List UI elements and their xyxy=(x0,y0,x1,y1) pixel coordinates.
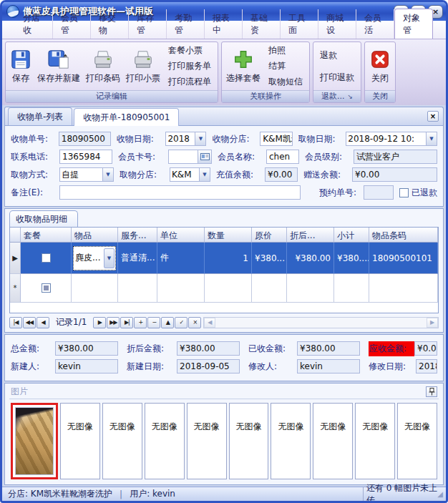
receipt-store-field[interactable]: K&M凯米 xyxy=(260,132,292,146)
subtotal-cell[interactable]: ¥380.... xyxy=(334,243,369,274)
refund-button[interactable]: 退款 xyxy=(318,49,356,62)
refunded-label: 已退款 xyxy=(412,187,437,199)
empty-thumbnail[interactable]: 无图像 xyxy=(187,403,227,479)
record-counter: 记录1/1 xyxy=(50,316,92,328)
empty-thumbnail[interactable]: 无图像 xyxy=(397,403,437,479)
pickup-store-dropdown[interactable]: K&M▼ xyxy=(170,167,210,182)
ribbon-tab-members[interactable]: 会员管 xyxy=(53,9,91,39)
settle-button[interactable]: 结算 xyxy=(267,59,304,73)
empty-thumbnail[interactable]: 无图像 xyxy=(102,403,142,479)
receipt-date-dropdown[interactable]: 2018▼ xyxy=(165,132,206,146)
nav-delete-button[interactable]: − xyxy=(147,317,160,328)
column-header-item[interactable]: 物品 xyxy=(72,228,118,243)
nav-append-button[interactable]: + xyxy=(134,317,147,328)
ribbon-tab-mall[interactable]: 商城设 xyxy=(318,9,356,39)
ribbon-tab-objects[interactable]: 对象管 xyxy=(394,9,433,39)
package-ticket-button[interactable]: 套餐小票 xyxy=(167,44,213,57)
pickup-date-dropdown[interactable]: 2018-09-12 10:▼ xyxy=(346,132,437,146)
unit-cell[interactable]: 件 xyxy=(157,243,205,274)
scroll-right-icon[interactable]: ▶ xyxy=(427,318,438,328)
ribbon-tab-branch-receive[interactable]: 分店收 xyxy=(15,9,53,39)
ribbon-tab-reports[interactable]: 报表中 xyxy=(205,9,243,39)
print-barcode-button[interactable]: 打印条码 xyxy=(84,47,122,86)
column-header-discount[interactable]: 折后... xyxy=(287,228,334,243)
close-form-button[interactable]: 关闭 xyxy=(367,47,393,86)
member-name-field[interactable]: chen xyxy=(266,150,299,164)
nav-cancel-button[interactable]: × xyxy=(188,317,201,328)
print-receipt-button[interactable]: 打印小票 xyxy=(124,47,162,86)
new-row-package-checkbox[interactable] xyxy=(21,274,72,303)
member-card-field[interactable] xyxy=(168,150,212,164)
print-workflow-sheet-button[interactable]: 打印流程单 xyxy=(167,75,213,89)
pickup-sms-button[interactable]: 取物短信 xyxy=(267,75,304,89)
remark-field[interactable] xyxy=(59,185,301,200)
print-service-sheet-button[interactable]: 打印服务单 xyxy=(167,59,213,73)
column-header-barcode[interactable]: 物品条码 xyxy=(369,228,438,243)
floppy-icon xyxy=(10,49,31,70)
nav-next-page-button[interactable]: ▶▶ xyxy=(107,317,120,328)
column-header-package[interactable]: 套餐 xyxy=(21,228,72,243)
column-header-qty[interactable]: 数量 xyxy=(205,228,252,243)
nav-prev-page-button[interactable]: ◀◀ xyxy=(23,317,36,328)
pictures-caption: 图片 xyxy=(11,386,426,398)
member-name-label: 会员名称: xyxy=(218,151,266,163)
nav-last-button[interactable]: ▶| xyxy=(120,317,133,328)
refunded-checkbox[interactable] xyxy=(399,188,409,197)
print-refund-button[interactable]: 打印退款 xyxy=(318,71,356,84)
item-cell-editor[interactable]: 麂皮...▼ xyxy=(72,243,118,274)
package-checkbox-cell[interactable] xyxy=(21,243,72,274)
empty-thumbnail[interactable]: 无图像 xyxy=(355,403,395,479)
member-card-icon[interactable] xyxy=(198,150,211,163)
nav-post-button[interactable]: ✓ xyxy=(175,317,188,328)
column-header-price[interactable]: 原价 xyxy=(252,228,287,243)
ribbon-tab-tools[interactable]: 工具面 xyxy=(281,9,318,39)
empty-thumbnail[interactable]: 无图像 xyxy=(60,403,100,479)
member-card-label: 会员卡号: xyxy=(118,151,168,163)
modified-date-label: 修改日期: xyxy=(369,361,416,373)
take-photo-button[interactable]: 拍照 xyxy=(267,44,304,57)
stored-balance-label: 充值余额: xyxy=(216,169,265,181)
discount-price-cell[interactable]: ¥380.00 xyxy=(287,243,334,274)
column-header-unit[interactable]: 单位 xyxy=(157,228,205,243)
empty-thumbnail[interactable]: 无图像 xyxy=(145,403,185,479)
choose-package-button[interactable]: 选择套餐 xyxy=(224,47,263,86)
nav-prev-button[interactable]: ◀ xyxy=(36,317,49,328)
item-photo-thumbnail[interactable] xyxy=(11,403,58,479)
save-button[interactable]: 保存 xyxy=(8,47,34,86)
tab-close-icon[interactable]: × xyxy=(427,111,439,122)
column-header-subtotal[interactable]: 小计 xyxy=(334,228,369,243)
empty-thumbnail[interactable]: 无图像 xyxy=(229,403,269,479)
nav-next-button[interactable]: ▶ xyxy=(93,317,106,328)
record-navigator: |◀ ◀◀ ◀ 记录1/1 ▶ ▶▶ ▶| + − ▲ ✓ × ◀ ▶ xyxy=(9,313,439,329)
qty-cell[interactable]: 1 xyxy=(205,243,252,274)
pin-icon[interactable] xyxy=(426,386,437,397)
nav-first-button[interactable]: |◀ xyxy=(9,317,22,328)
dialog-launcher-icon[interactable]: ↘ xyxy=(347,91,353,102)
ribbon-tab-basedata[interactable]: 基础资 xyxy=(243,9,281,39)
barcode-cell[interactable]: 18090500101 xyxy=(369,243,438,274)
empty-thumbnail[interactable]: 无图像 xyxy=(313,403,353,479)
modified-by-label: 修改人: xyxy=(248,361,297,373)
save-and-new-button[interactable]: 保存并新建 xyxy=(35,47,82,86)
received-amount-label: 已收金额: xyxy=(248,343,297,355)
tab-receipt-order[interactable]: 收物开单-180905001 xyxy=(74,108,179,126)
new-row-indicator: * xyxy=(10,274,21,303)
ribbon-tab-inventory[interactable]: 库存管 xyxy=(129,9,167,39)
grid-horizontal-scrollbar[interactable]: ◀ ▶ xyxy=(203,317,439,328)
phone-field[interactable]: 1365984 xyxy=(59,150,112,164)
ribbon-tab-transfer[interactable]: 移交物 xyxy=(91,9,129,39)
price-cell[interactable]: ¥380... xyxy=(252,243,287,274)
service-cell[interactable]: 普通清... xyxy=(118,243,157,274)
nav-edit-button[interactable]: ▲ xyxy=(161,317,174,328)
pickup-method-dropdown[interactable]: 自提▼ xyxy=(59,167,114,182)
app-logo-icon xyxy=(6,5,19,18)
group-caption-related-ops: 关联操作 xyxy=(222,90,309,102)
empty-thumbnail[interactable]: 无图像 xyxy=(271,403,311,479)
ribbon-tab-attendance[interactable]: 考勤管 xyxy=(167,9,205,39)
tab-receipt-list[interactable]: 收物单-列表 xyxy=(8,107,72,125)
column-header-service[interactable]: 服务... xyxy=(118,228,157,243)
ribbon-tab-activity[interactable]: 会员活 xyxy=(356,9,394,39)
resize-grip-icon[interactable]: ◢ xyxy=(437,490,443,498)
scroll-left-icon[interactable]: ◀ xyxy=(204,318,215,328)
items-detail-tab[interactable]: 收取物品明细 xyxy=(9,210,78,227)
